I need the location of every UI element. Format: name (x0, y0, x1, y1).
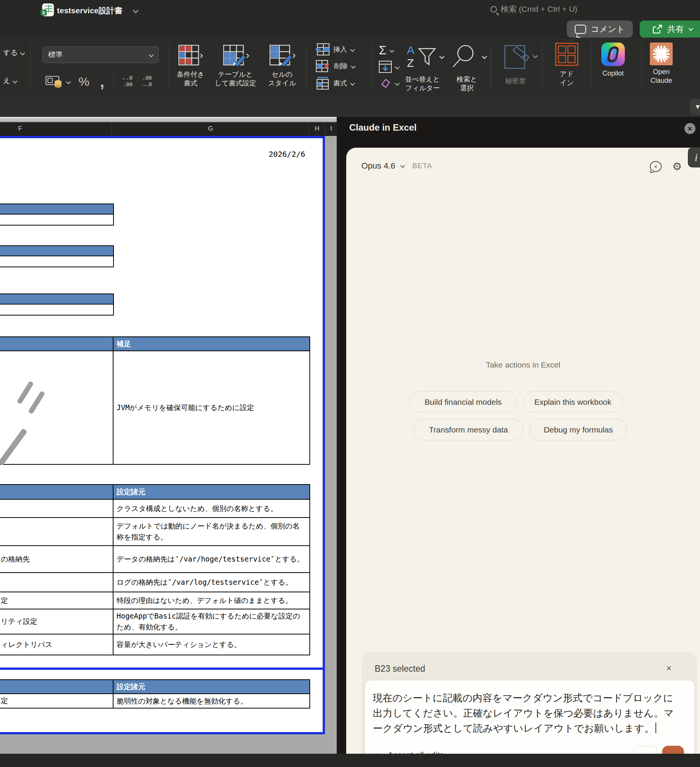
spec-row-value[interactable]: 特段の理由はないため、デフォルト値のままとする。 (113, 592, 309, 609)
spec-row-value[interactable]: ログの格納先は″/var/log/testservice″とする。 (113, 573, 309, 592)
worksheet-area[interactable]: 2026/2/6 補足 JVMがメモリを確保可 (0, 136, 337, 754)
spec-row-value[interactable]: HogeAppでBasic認証を有効にするために必要な設定のため、有効化する。 (113, 609, 309, 634)
fill-chevron-icon (395, 65, 400, 70)
sensitivity-button[interactable]: 秘密度 (502, 42, 540, 86)
settings-gear-icon[interactable]: ⚙ (672, 160, 682, 173)
security-row-label[interactable]: 定 (0, 694, 113, 708)
spec-row-label[interactable]: ィレクトリパス (0, 635, 113, 655)
increase-decimal-button[interactable]: ←.0 .00 (123, 75, 132, 88)
spec-row-label[interactable] (0, 573, 113, 592)
feedback-icon[interactable]: × (650, 161, 662, 172)
collapse-triangle-icon: ▼ (695, 103, 700, 111)
insert-cells-button[interactable]: 挿入 (316, 43, 354, 56)
sheet-date-cell[interactable]: 2026/2/6 (269, 150, 305, 159)
section-header-bar-1[interactable] (0, 204, 114, 215)
panel-close-button[interactable]: × (684, 123, 695, 134)
section-header-bar-3[interactable] (0, 293, 114, 304)
format-as-table-label[interactable]: テーブルと して書式設定 (211, 70, 260, 88)
spec-row-label[interactable]: の格納先 (0, 546, 113, 572)
search-icon (490, 6, 497, 13)
composer-card: B23 selected × 現在のシートに記載の内容をマークダウン形式でコード… (362, 652, 697, 767)
hosoku-body-left-cell[interactable] (0, 351, 113, 464)
selection-close-button[interactable]: × (666, 663, 671, 673)
clear-button[interactable] (379, 78, 399, 89)
hosoku-header-cell[interactable]: 補足 (113, 337, 309, 350)
section-row-3[interactable] (0, 304, 114, 315)
spec-row-label[interactable] (0, 500, 113, 517)
delete-label: 削除 (334, 62, 348, 71)
conditional-format-label[interactable]: 条件付き 書式 (168, 70, 213, 88)
decrease-decimal-button[interactable]: .00 →.0 (142, 75, 152, 88)
spec-header-left-cell[interactable] (0, 485, 113, 499)
wrap-text-button[interactable]: する (3, 48, 24, 58)
model-chevron-icon[interactable] (401, 163, 406, 168)
percent-style-button[interactable]: % (79, 75, 89, 89)
spec-row-label[interactable]: リティ設定 (0, 609, 113, 634)
column-header-h[interactable]: H (315, 125, 319, 132)
section-row-1[interactable] (0, 215, 114, 226)
spec-row-value[interactable]: データの格納先は″/var/hoge/testservice″とする。 (113, 546, 309, 572)
insert-chevron-icon (350, 47, 355, 52)
wrap-text-chevron-icon (20, 51, 25, 56)
sort-filter-button[interactable]: A Z 並べ替えと フィルター (403, 43, 447, 93)
comma-style-button[interactable]: , (100, 78, 104, 86)
security-header-cell[interactable]: 設定諸元 (113, 680, 309, 693)
sensitivity-label: 秘密度 (501, 77, 530, 86)
spec-row-label[interactable] (0, 518, 113, 545)
format-as-table-icon[interactable] (223, 45, 250, 66)
format-cells-button[interactable]: 書式 (316, 77, 354, 90)
action-transform-data-button[interactable]: Transform messy data (414, 419, 523, 441)
spec-row-value[interactable]: クラスタ構成としないため、個別の名称とする。 (113, 500, 309, 517)
delete-chevron-icon (351, 64, 356, 69)
conditional-format-icon[interactable] (178, 45, 204, 66)
accounting-format-icon[interactable] (46, 74, 63, 89)
merge-center-button[interactable]: え (3, 76, 17, 86)
security-header-left-cell[interactable] (0, 680, 113, 693)
ribbon-collapse-button[interactable]: ▼ (690, 99, 700, 115)
cell-styles-icon[interactable] (269, 45, 296, 66)
find-select-icon (451, 43, 489, 72)
spec-header-cell[interactable]: 設定諸元 (113, 485, 309, 499)
action-debug-formulas-button[interactable]: Debug my formulas (530, 419, 627, 441)
action-build-models-button[interactable]: Build financial models (409, 391, 517, 413)
spec-row-value[interactable]: 容量が大きいパーティションとする。 (113, 635, 309, 655)
copilot-icon (601, 43, 625, 66)
print-page: 2026/2/6 補足 JVMがメモリを確保可 (0, 136, 325, 734)
comments-button[interactable]: コメント (567, 21, 633, 38)
spec-row-value[interactable]: デフォルトでは動的にノード名が決まるため、個別の名称を指定する。 (113, 518, 309, 545)
format-cells-icon (316, 77, 329, 90)
share-button[interactable]: 共有 (640, 21, 700, 38)
comment-bubble-icon (575, 25, 586, 34)
column-header-g[interactable]: G (208, 125, 213, 132)
spec-row-label[interactable]: 定 (0, 592, 113, 609)
formula-bar-collapsed (0, 97, 700, 117)
copilot-button[interactable]: Copilot (601, 43, 625, 78)
hosoku-note-cell[interactable]: JVMがメモリを確保可能にするために設定 (113, 351, 309, 464)
find-select-button[interactable]: 検索と 選択 (451, 43, 489, 93)
document-title[interactable]: testservice設計書 (57, 5, 123, 16)
search-box[interactable]: 検索 (Cmd + Ctrl + U) (490, 4, 578, 14)
column-header-f[interactable]: F (18, 125, 22, 132)
column-header-i[interactable]: I (330, 125, 332, 132)
info-badge[interactable]: i (688, 147, 700, 167)
addins-label: アド イン (555, 70, 579, 88)
fill-button[interactable] (379, 61, 399, 73)
annotation-stroke (17, 381, 34, 405)
action-explain-workbook-button[interactable]: Explain this workbook (523, 391, 623, 413)
open-claude-button[interactable]: Open Claude (650, 43, 675, 85)
model-selector[interactable]: Opus 4.6 (361, 161, 395, 171)
delete-cells-button[interactable]: 削除 (316, 60, 355, 72)
title-chevron-icon[interactable] (133, 8, 139, 14)
selection-chip: B23 selected (375, 664, 425, 674)
autosum-chevron-icon (390, 48, 395, 53)
number-format-dropdown[interactable]: 標準 (43, 46, 159, 63)
section-row-2[interactable] (0, 256, 114, 267)
security-row-value[interactable]: 脆弱性の対象となる機能を無効化する。 (113, 694, 309, 708)
section-header-bar-2[interactable] (0, 245, 114, 256)
accounting-chevron-icon[interactable] (66, 80, 71, 84)
page-break-line (0, 668, 323, 670)
addins-button[interactable]: アド イン (555, 43, 579, 88)
hosoku-header-left-cell[interactable] (0, 337, 113, 350)
autosum-button[interactable]: Σ (379, 44, 394, 56)
cell-styles-label[interactable]: セルの スタイル (261, 70, 303, 88)
